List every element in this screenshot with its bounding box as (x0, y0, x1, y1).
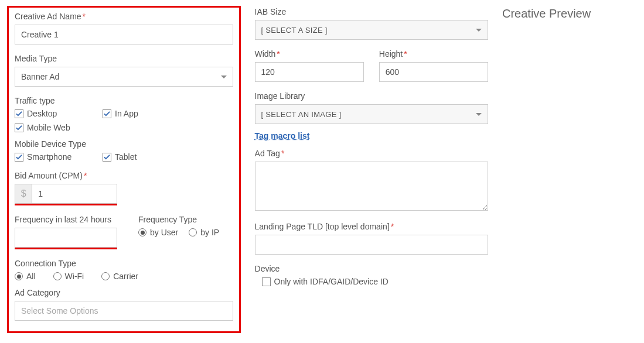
media-type-label: Media Type (15, 54, 233, 63)
device-idfa-checkbox[interactable]: Only with IDFA/GAID/Device ID (262, 277, 476, 286)
radio-icon (53, 272, 62, 280)
width-label: Width* (255, 49, 364, 59)
left-highlighted-panel: Creative Ad Name* Media Type Banner Ad T… (7, 6, 241, 333)
width-input[interactable] (255, 62, 364, 82)
frequency-type-user-radio[interactable]: by User (138, 228, 178, 237)
iab-size-label: IAB Size (255, 7, 488, 16)
image-library-select[interactable]: [ SELECT AN IMAGE ] (255, 104, 488, 124)
iab-size-select[interactable]: [ SELECT A SIZE ] (255, 20, 488, 40)
connection-carrier-radio[interactable]: Carrier (101, 272, 138, 281)
checkbox-icon (103, 153, 111, 162)
checkbox-icon (262, 277, 271, 286)
traffic-inapp-checkbox[interactable]: In App (103, 109, 176, 118)
ad-tag-textarea[interactable] (255, 162, 488, 211)
image-library-label: Image Library (255, 91, 488, 101)
connection-all-radio[interactable]: All (15, 272, 36, 281)
landing-tld-input[interactable] (255, 235, 488, 255)
ad-tag-label: Ad Tag* (255, 149, 488, 158)
media-type-select[interactable]: Banner Ad (15, 67, 233, 87)
device-label: Device (255, 264, 488, 273)
checkbox-icon (103, 109, 111, 118)
ad-category-multiselect[interactable]: Select Some Options (15, 301, 233, 321)
mobile-device-type-label: Mobile Device Type (15, 139, 233, 149)
preview-panel: Creative Preview (502, 6, 637, 20)
frequency-type-ip-radio[interactable]: by IP (189, 228, 219, 237)
landing-tld-label: Landing Page TLD [top level domain]* (255, 222, 488, 231)
creative-ad-name-input[interactable] (15, 25, 233, 44)
bid-amount-input[interactable] (32, 184, 117, 204)
bid-amount-label: Bid Amount (CPM)* (15, 171, 233, 180)
radio-icon (138, 228, 146, 236)
dollar-icon: $ (15, 184, 32, 204)
device-smartphone-checkbox[interactable]: Smartphone (15, 152, 91, 162)
middle-panel: IAB Size [ SELECT A SIZE ] Width* Height… (255, 6, 488, 296)
creative-ad-name-label: Creative Ad Name* (15, 12, 233, 21)
traffic-mobileweb-checkbox[interactable]: Mobile Web (15, 123, 70, 132)
connection-wifi-radio[interactable]: Wi-Fi (53, 272, 84, 281)
frequency-type-label: Frequency Type (138, 215, 219, 224)
device-tablet-checkbox[interactable]: Tablet (103, 152, 137, 162)
radio-icon (101, 272, 110, 280)
height-input[interactable] (379, 62, 488, 82)
ad-category-label: Ad Category (15, 288, 233, 297)
connection-type-label: Connection Type (15, 259, 233, 268)
tag-macro-list-link[interactable]: Tag macro list (255, 131, 310, 140)
height-label: Height* (379, 49, 488, 59)
radio-icon (15, 272, 23, 280)
frequency-input[interactable] (15, 228, 117, 248)
traffic-desktop-checkbox[interactable]: Desktop (15, 109, 91, 118)
checkbox-icon (15, 124, 23, 132)
checkbox-icon (15, 109, 23, 118)
checkbox-icon (15, 153, 23, 162)
traffic-type-label: Traffic type (15, 96, 233, 105)
frequency-label: Frequency in last 24 hours (15, 215, 117, 224)
radio-icon (189, 228, 197, 236)
creative-preview-title: Creative Preview (502, 7, 637, 20)
